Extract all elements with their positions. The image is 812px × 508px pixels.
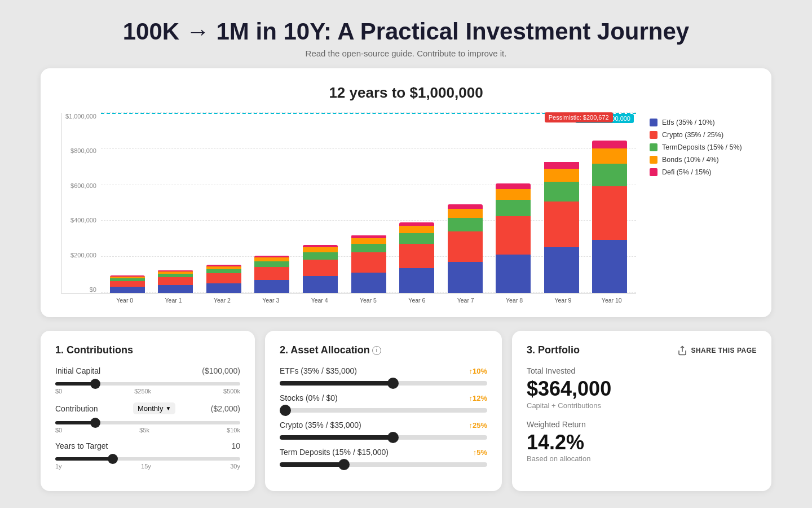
contribution-slider[interactable]: [55, 421, 240, 424]
bar-segment-4-2: [303, 252, 338, 260]
bar-stack-4: [303, 245, 338, 293]
x-label-8: Year 8: [490, 297, 539, 304]
years-mid: 15y: [141, 463, 151, 470]
contribution-frequency-dropdown[interactable]: Monthly ▼: [133, 402, 175, 414]
legend-dot-4: [650, 168, 657, 176]
share-label: SHARE THIS PAGE: [691, 347, 757, 354]
bar-group-10: [588, 141, 632, 293]
bar-segment-4-0: [303, 276, 338, 293]
x-label-3: Year 3: [246, 297, 295, 304]
bar-segment-7-1: [448, 231, 483, 262]
bar-segment-6-3: [399, 226, 434, 233]
stocks-label: Stocks (0% / $0): [280, 393, 338, 402]
contrib-min: $0: [55, 427, 62, 433]
years-to-target-row: Years to Target 10: [55, 441, 240, 450]
bar-segment-2-0: [206, 283, 241, 293]
crypto-label: Crypto (35% / $35,000): [280, 421, 361, 430]
x-label-0: Year 0: [100, 297, 149, 304]
y-label-0: $0: [61, 286, 101, 293]
bar-segment-7-3: [448, 209, 483, 218]
y-axis: $0 $200,000 $400,000 $600,000 $800,000 $…: [61, 113, 101, 293]
ic-max: $500k: [223, 388, 240, 395]
bar-segment-5-0: [351, 273, 386, 293]
total-invested-label: Total Invested: [527, 366, 757, 375]
contribution-slider-container: $0 $5k $10k: [55, 417, 240, 433]
contrib-mid: $5k: [139, 427, 149, 433]
bar-segment-8-0: [496, 255, 531, 293]
x-axis: Year 0Year 1Year 2Year 3Year 4Year 5Year…: [61, 294, 636, 304]
legend-dot-2: [650, 143, 657, 151]
years-to-target-label: Years to Target: [55, 441, 108, 450]
bar-group-0: [105, 275, 149, 293]
allocation-panel: 2. Asset Allocation i ETFs (35% / $35,00…: [265, 331, 502, 491]
stocks-slider[interactable]: [280, 408, 487, 413]
bar-segment-2-1: [206, 273, 241, 283]
chart-area: $0 $200,000 $400,000 $600,000 $800,000 $…: [61, 113, 751, 304]
x-label-2: Year 2: [198, 297, 246, 304]
legend-item-3: Bonds (10% / 4%): [650, 156, 751, 164]
years-slider[interactable]: [55, 457, 240, 461]
initial-capital-slider[interactable]: [55, 382, 240, 386]
bar-segment-9-1: [544, 202, 579, 247]
bar-segment-8-1: [496, 216, 531, 255]
bar-stack-6: [399, 222, 434, 293]
x-label-7: Year 7: [442, 297, 490, 304]
bar-segment-9-4: [544, 162, 579, 169]
stocks-row: Stocks (0% / $0) ↑12%: [280, 393, 487, 402]
bar-segment-0-1: [110, 281, 145, 287]
bar-stack-8: [496, 183, 531, 293]
bar-segment-0-0: [110, 287, 145, 293]
y-label-200k: $200,000: [61, 252, 101, 259]
x-label-6: Year 6: [392, 297, 441, 304]
bar-group-6: [395, 222, 439, 293]
share-icon: [677, 345, 687, 356]
stocks-rate: ↑12%: [469, 394, 487, 402]
bar-segment-3-2: [254, 261, 289, 267]
legend-label-1: Crypto (35% / 25%): [662, 131, 723, 139]
bar-segment-6-0: [399, 268, 434, 293]
bar-segment-7-0: [448, 262, 483, 293]
ic-min: $0: [55, 388, 62, 395]
bar-group-4: [298, 245, 342, 293]
y-label-800k: $800,000: [61, 147, 101, 154]
initial-capital-label: Initial Capital: [55, 366, 100, 375]
weighted-return-sub: Based on allocation: [527, 454, 757, 463]
bar-segment-3-0: [254, 280, 289, 293]
bar-segment-6-1: [399, 244, 434, 269]
bar-group-1: [154, 270, 198, 293]
bar-segment-4-3: [303, 247, 338, 252]
legend-dot-3: [650, 156, 657, 164]
dropdown-arrow-icon: ▼: [165, 405, 171, 411]
portfolio-heading: 3. Portfolio: [527, 344, 580, 356]
ic-mid: $250k: [134, 388, 151, 395]
bar-segment-2-2: [206, 269, 241, 274]
portfolio-header: 3. Portfolio SHARE THIS PAGE: [527, 344, 757, 356]
target-label: Target: $1,000,000: [575, 114, 634, 123]
contribution-label: Contribution: [55, 404, 98, 413]
main-chart-card: 12 years to $1,000,000 $0 $200,000 $400,…: [41, 68, 771, 317]
etf-rate: ↑10%: [469, 367, 487, 375]
legend-label-4: Defi (5% / 15%): [662, 168, 712, 176]
bar-segment-8-3: [496, 189, 531, 200]
target-line: Target: $1,000,000: [101, 113, 636, 114]
bar-group-8: [491, 183, 535, 293]
chart-inner: $0 $200,000 $400,000 $600,000 $800,000 $…: [61, 113, 636, 294]
legend-item-0: Etfs (35% / 10%): [650, 119, 751, 126]
legend-dot-0: [650, 119, 657, 126]
etf-row: ETFs (35% / $35,000) ↑10%: [280, 366, 487, 375]
crypto-slider[interactable]: [280, 435, 487, 440]
crypto-rate: ↑25%: [469, 421, 487, 430]
bottom-panels: 1. Contributions Initial Capital ($100,0…: [41, 331, 771, 491]
x-label-5: Year 5: [344, 297, 392, 304]
legend-label-3: Bonds (10% / 4%): [662, 156, 719, 164]
crypto-row: Crypto (35% / $35,000) ↑25%: [280, 421, 487, 430]
allocation-info-icon[interactable]: i: [372, 346, 381, 355]
weighted-return-stat: Weighted Return 14.2% Based on allocatio…: [527, 420, 757, 463]
term-deposits-slider[interactable]: [280, 462, 487, 467]
total-invested-value: $364,000: [527, 378, 757, 400]
initial-capital-value: ($100,000): [202, 366, 240, 375]
etf-slider[interactable]: [280, 381, 487, 386]
bar-stack-2: [206, 265, 241, 293]
bar-segment-10-0: [592, 240, 627, 293]
share-button[interactable]: SHARE THIS PAGE: [677, 345, 757, 356]
